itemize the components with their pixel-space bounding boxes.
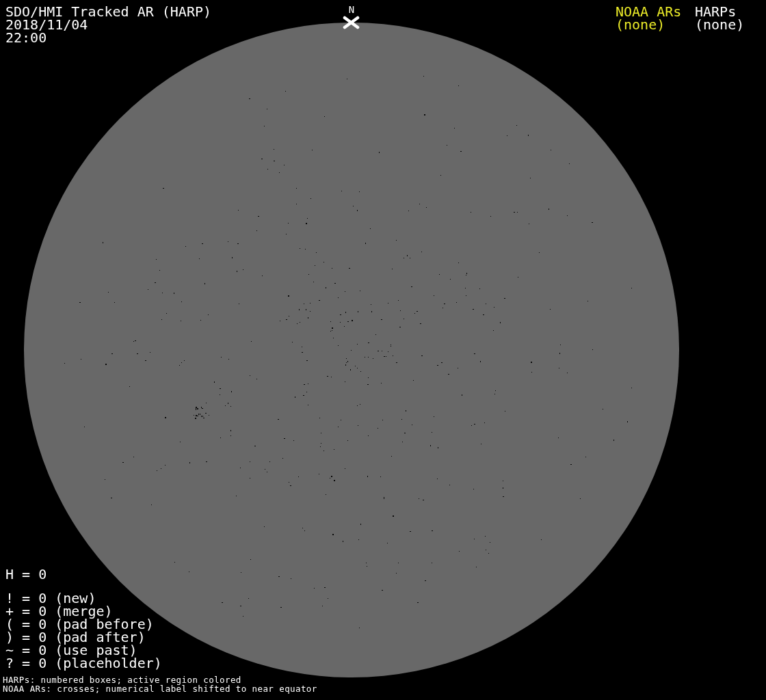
footer-captions: HARPs: numbered boxes; active region col… [3,676,317,693]
harps-value: (none) [695,18,744,31]
north-label: N [341,5,362,15]
legend-item-placeholder: ? = 0 (placeholder) [5,657,162,670]
harp-count: H = 0 [5,567,47,581]
harps-panel: HARPs (none) [695,5,744,31]
harp-plot-page: { "header": { "title": "SDO/HMI Tracked … [0,0,766,700]
footer-noaa-caption: NOAA ARs: crosses; numerical label shift… [3,685,317,694]
title-block: SDO/HMI Tracked AR (HARP) 2018/11/04 22:… [5,5,211,44]
legend-list: ! = 0 (new) + = 0 (merge) ( = 0 (pad bef… [5,592,162,670]
time-label: 22:00 [5,31,211,44]
noaa-ars-value: (none) [616,18,681,31]
noaa-ars-panel: NOAA ARs (none) [616,5,681,31]
north-cross-icon [343,16,360,29]
